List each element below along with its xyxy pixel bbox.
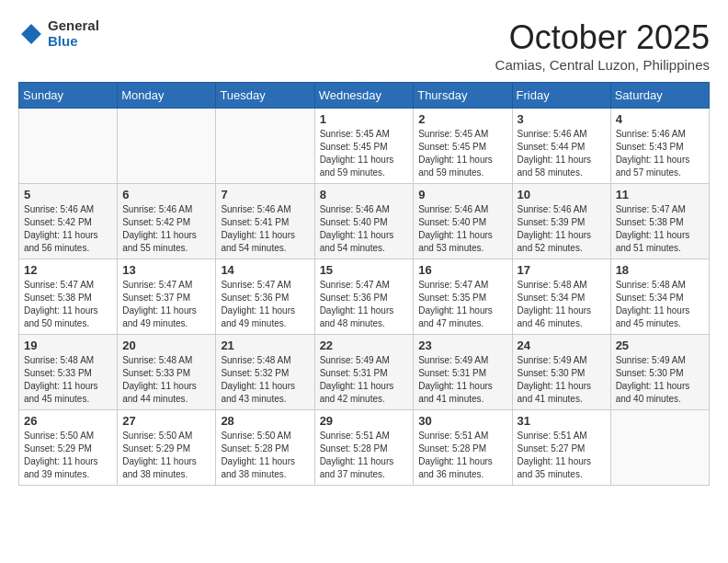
day-info: Sunrise: 5:46 AM Sunset: 5:43 PM Dayligh… <box>616 128 704 179</box>
calendar-cell: 14Sunrise: 5:47 AM Sunset: 5:36 PM Dayli… <box>216 259 314 335</box>
calendar-cell: 9Sunrise: 5:46 AM Sunset: 5:40 PM Daylig… <box>414 184 512 259</box>
calendar-cell: 30Sunrise: 5:51 AM Sunset: 5:28 PM Dayli… <box>414 410 512 486</box>
day-info: Sunrise: 5:45 AM Sunset: 5:45 PM Dayligh… <box>320 128 409 179</box>
day-info: Sunrise: 5:46 AM Sunset: 5:44 PM Dayligh… <box>518 128 606 179</box>
day-number: 24 <box>518 339 606 352</box>
calendar-cell: 11Sunrise: 5:47 AM Sunset: 5:38 PM Dayli… <box>610 184 709 259</box>
calendar-cell: 16Sunrise: 5:47 AM Sunset: 5:35 PM Dayli… <box>414 259 512 335</box>
logo-blue: Blue <box>48 34 99 50</box>
day-number: 16 <box>418 263 506 277</box>
day-info: Sunrise: 5:49 AM Sunset: 5:31 PM Dayligh… <box>418 354 506 406</box>
day-info: Sunrise: 5:51 AM Sunset: 5:28 PM Dayligh… <box>418 430 506 481</box>
calendar-cell: 20Sunrise: 5:48 AM Sunset: 5:33 PM Dayli… <box>118 335 216 410</box>
day-number: 20 <box>122 339 210 352</box>
day-number: 22 <box>320 339 409 352</box>
calendar-cell: 25Sunrise: 5:49 AM Sunset: 5:30 PM Dayli… <box>610 335 709 410</box>
day-number: 10 <box>518 188 606 201</box>
day-info: Sunrise: 5:46 AM Sunset: 5:39 PM Dayligh… <box>518 203 606 255</box>
weekday-header-monday: Monday <box>118 83 216 109</box>
logo-text: General Blue <box>48 18 99 49</box>
day-number: 14 <box>221 263 309 277</box>
logo: General Blue <box>18 18 99 49</box>
calendar-week-5: 26Sunrise: 5:50 AM Sunset: 5:29 PM Dayli… <box>19 410 710 486</box>
day-number: 30 <box>418 414 506 428</box>
day-info: Sunrise: 5:50 AM Sunset: 5:29 PM Dayligh… <box>24 430 112 481</box>
calendar-cell: 19Sunrise: 5:48 AM Sunset: 5:33 PM Dayli… <box>19 335 118 410</box>
day-number: 17 <box>518 263 606 277</box>
day-info: Sunrise: 5:49 AM Sunset: 5:30 PM Dayligh… <box>518 354 606 406</box>
weekday-header-tuesday: Tuesday <box>216 83 314 109</box>
day-info: Sunrise: 5:45 AM Sunset: 5:45 PM Dayligh… <box>418 128 506 179</box>
day-info: Sunrise: 5:46 AM Sunset: 5:41 PM Dayligh… <box>221 203 309 255</box>
calendar-cell: 7Sunrise: 5:46 AM Sunset: 5:41 PM Daylig… <box>216 184 314 259</box>
calendar-cell: 8Sunrise: 5:46 AM Sunset: 5:40 PM Daylig… <box>314 184 414 259</box>
month-title: October 2025 <box>495 18 710 57</box>
day-number: 29 <box>320 414 409 428</box>
logo-general: General <box>48 18 99 34</box>
day-info: Sunrise: 5:46 AM Sunset: 5:42 PM Dayligh… <box>24 203 112 255</box>
calendar-cell <box>19 109 118 184</box>
day-number: 31 <box>518 414 606 428</box>
calendar-cell: 27Sunrise: 5:50 AM Sunset: 5:29 PM Dayli… <box>118 410 216 486</box>
day-number: 9 <box>418 188 506 201</box>
calendar-cell: 3Sunrise: 5:46 AM Sunset: 5:44 PM Daylig… <box>512 109 610 184</box>
day-info: Sunrise: 5:48 AM Sunset: 5:33 PM Dayligh… <box>24 354 112 406</box>
location: Camias, Central Luzon, Philippines <box>495 57 710 73</box>
calendar-cell: 6Sunrise: 5:46 AM Sunset: 5:42 PM Daylig… <box>118 184 216 259</box>
calendar-cell: 12Sunrise: 5:47 AM Sunset: 5:38 PM Dayli… <box>19 259 118 335</box>
weekday-header-saturday: Saturday <box>610 83 709 109</box>
day-number: 3 <box>518 112 606 126</box>
day-info: Sunrise: 5:46 AM Sunset: 5:40 PM Dayligh… <box>418 203 506 255</box>
day-number: 25 <box>616 339 704 352</box>
day-number: 7 <box>221 188 309 201</box>
day-info: Sunrise: 5:48 AM Sunset: 5:34 PM Dayligh… <box>616 279 704 330</box>
calendar-cell: 26Sunrise: 5:50 AM Sunset: 5:29 PM Dayli… <box>19 410 118 486</box>
day-info: Sunrise: 5:48 AM Sunset: 5:34 PM Dayligh… <box>518 279 606 330</box>
calendar-cell <box>216 109 314 184</box>
calendar-table: SundayMondayTuesdayWednesdayThursdayFrid… <box>18 82 710 486</box>
day-number: 15 <box>320 263 409 277</box>
day-number: 6 <box>122 188 210 201</box>
weekday-header-row: SundayMondayTuesdayWednesdayThursdayFrid… <box>19 83 710 109</box>
day-info: Sunrise: 5:46 AM Sunset: 5:42 PM Dayligh… <box>122 203 210 255</box>
day-number: 8 <box>320 188 409 201</box>
calendar-cell: 17Sunrise: 5:48 AM Sunset: 5:34 PM Dayli… <box>512 259 610 335</box>
calendar-cell: 28Sunrise: 5:50 AM Sunset: 5:28 PM Dayli… <box>216 410 314 486</box>
weekday-header-friday: Friday <box>512 83 610 109</box>
day-info: Sunrise: 5:46 AM Sunset: 5:40 PM Dayligh… <box>320 203 409 255</box>
day-number: 12 <box>24 263 112 277</box>
calendar-cell: 10Sunrise: 5:46 AM Sunset: 5:39 PM Dayli… <box>512 184 610 259</box>
calendar-cell: 23Sunrise: 5:49 AM Sunset: 5:31 PM Dayli… <box>414 335 512 410</box>
calendar-week-3: 12Sunrise: 5:47 AM Sunset: 5:38 PM Dayli… <box>19 259 710 335</box>
calendar-week-1: 1Sunrise: 5:45 AM Sunset: 5:45 PM Daylig… <box>19 109 710 184</box>
day-info: Sunrise: 5:47 AM Sunset: 5:38 PM Dayligh… <box>24 279 112 330</box>
calendar-cell: 29Sunrise: 5:51 AM Sunset: 5:28 PM Dayli… <box>314 410 414 486</box>
calendar-cell: 13Sunrise: 5:47 AM Sunset: 5:37 PM Dayli… <box>118 259 216 335</box>
calendar-cell: 1Sunrise: 5:45 AM Sunset: 5:45 PM Daylig… <box>314 109 414 184</box>
day-info: Sunrise: 5:47 AM Sunset: 5:35 PM Dayligh… <box>418 279 506 330</box>
day-number: 11 <box>616 188 704 201</box>
day-number: 13 <box>122 263 210 277</box>
calendar-week-4: 19Sunrise: 5:48 AM Sunset: 5:33 PM Dayli… <box>19 335 710 410</box>
day-number: 28 <box>221 414 309 428</box>
day-info: Sunrise: 5:47 AM Sunset: 5:38 PM Dayligh… <box>616 203 704 255</box>
day-info: Sunrise: 5:48 AM Sunset: 5:33 PM Dayligh… <box>122 354 210 406</box>
day-number: 2 <box>418 112 506 126</box>
svg-marker-0 <box>21 24 41 44</box>
weekday-header-thursday: Thursday <box>414 83 512 109</box>
title-block: October 2025 Camias, Central Luzon, Phil… <box>495 18 710 73</box>
page-header: General Blue October 2025 Camias, Centra… <box>18 18 710 73</box>
day-info: Sunrise: 5:47 AM Sunset: 5:36 PM Dayligh… <box>320 279 409 330</box>
calendar-cell <box>118 109 216 184</box>
weekday-header-sunday: Sunday <box>19 83 118 109</box>
calendar-cell: 5Sunrise: 5:46 AM Sunset: 5:42 PM Daylig… <box>19 184 118 259</box>
weekday-header-wednesday: Wednesday <box>314 83 414 109</box>
day-number: 27 <box>122 414 210 428</box>
calendar-cell: 15Sunrise: 5:47 AM Sunset: 5:36 PM Dayli… <box>314 259 414 335</box>
day-info: Sunrise: 5:50 AM Sunset: 5:28 PM Dayligh… <box>221 430 309 481</box>
day-number: 26 <box>24 414 112 428</box>
day-number: 4 <box>616 112 704 126</box>
calendar-cell: 31Sunrise: 5:51 AM Sunset: 5:27 PM Dayli… <box>512 410 610 486</box>
day-number: 23 <box>418 339 506 352</box>
calendar-cell: 18Sunrise: 5:48 AM Sunset: 5:34 PM Dayli… <box>610 259 709 335</box>
